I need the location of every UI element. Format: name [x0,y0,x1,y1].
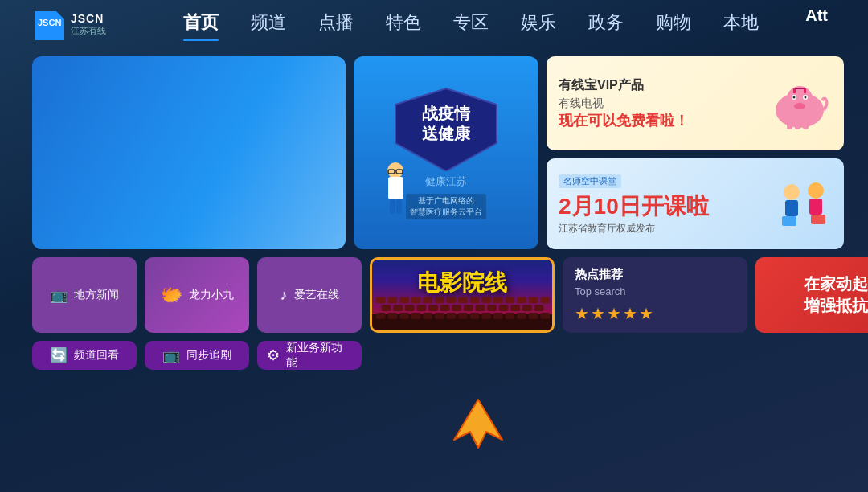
tv-icon: 📺 [50,286,68,304]
exercise-text: 在家动起来 增强抵抗力 [804,273,868,317]
health-desc: 基于广电网络的 智慧医疗服务云平台 [406,194,486,219]
svg-rect-52 [428,305,438,311]
nav-item-local[interactable]: 本地 [723,10,759,38]
svg-rect-59 [510,305,520,311]
svg-rect-40 [458,313,468,319]
logo-text: JSCN 江苏有线 [71,12,106,37]
svg-rect-75 [529,297,538,303]
shield-icon: 战疫情 送健康 [394,87,498,171]
svg-point-28 [808,182,824,199]
dragon-icon: 🐲 [161,285,182,305]
replay-icon: 🔄 [50,346,68,364]
btn-local-news[interactable]: 📺 地方新闻 [32,257,137,333]
svg-rect-42 [481,313,491,319]
svg-rect-54 [452,305,461,311]
nav-item-home[interactable]: 首页 [183,10,219,38]
banner-health[interactable]: 战疫情 送健康 健康江苏 基于广电网络的 [354,56,538,249]
svg-text:战疫情: 战疫情 [422,105,471,122]
svg-rect-49 [393,305,403,311]
nav-item-shopping[interactable]: 购物 [656,10,691,38]
gear-icon: ⚙ [267,346,280,364]
banner-left-inner [32,56,346,249]
svg-rect-27 [785,200,798,216]
btn-new-features-label: 新业务新功能 [286,341,352,370]
svg-rect-22 [795,88,805,89]
svg-rect-57 [487,305,497,311]
nav-item-channel[interactable]: 频道 [251,10,286,38]
svg-rect-10 [388,177,403,199]
exercise-line1: 在家动起来 [804,273,868,295]
svg-rect-23 [787,123,792,129]
health-subtitle: 健康江苏 [425,174,467,189]
svg-rect-34 [387,313,397,319]
svg-rect-48 [382,305,391,311]
svg-rect-56 [476,305,485,311]
health-content: 战疫情 送健康 健康江苏 基于广电网络的 [362,64,530,241]
svg-marker-83 [454,400,502,448]
svg-point-17 [793,96,796,98]
movie-title: 电影院线 [417,268,507,298]
svg-rect-21 [804,88,806,93]
svg-text:送健康: 送健康 [422,125,471,142]
svg-rect-25 [803,123,809,129]
svg-rect-58 [499,305,509,311]
svg-rect-51 [417,305,427,311]
svg-rect-60 [522,305,532,311]
svg-point-19 [794,103,805,109]
svg-rect-20 [793,88,796,93]
svg-rect-61 [534,305,544,311]
students-icon [776,176,832,232]
svg-rect-37 [423,313,432,319]
svg-rect-74 [517,297,526,303]
exercise-tile[interactable]: 在家动起来 增强抵抗力 [755,257,868,333]
svg-rect-29 [809,199,822,215]
class-label: 名师空中课堂 [559,174,621,188]
vip-text: 有线宝VIP产品 有线电视 现在可以免费看啦！ [559,77,768,130]
btn-aiyi[interactable]: ♪ 爱艺在线 [257,257,362,333]
svg-rect-45 [517,313,526,319]
btn-sync-drama-label: 同步追剧 [186,348,231,363]
hot-search-tile[interactable]: 热点推荐 Top search ★★★★★ [563,257,747,333]
bottom-row: 📺 地方新闻 🐲 龙力小九 ♪ 爱艺在线 [32,257,844,354]
svg-rect-63 [387,297,397,303]
doctor-figure [374,161,418,221]
svg-rect-35 [399,313,409,319]
btn-sync-drama[interactable]: 📺 同步追剧 [145,341,249,370]
svg-rect-76 [540,297,550,303]
stars-rating: ★★★★★ [575,304,735,323]
hot-title: 热点推荐 [575,267,735,282]
nav-item-special[interactable]: 特色 [386,10,421,38]
banner-vip[interactable]: 有线宝VIP产品 有线电视 现在可以免费看啦！ [547,56,844,150]
banner-class[interactable]: 名师空中课堂 2月10日开课啦 江苏省教育厅权威发布 [547,158,844,249]
nav-item-vod[interactable]: 点播 [318,10,354,38]
svg-rect-62 [376,297,386,303]
svg-rect-64 [399,297,409,303]
banner-left[interactable] [32,56,346,249]
btn-jiulong-label: 龙力小九 [189,288,234,302]
nav-item-entertainment[interactable]: 娱乐 [521,10,556,38]
svg-rect-53 [440,305,450,311]
btn-jiulong[interactable]: 🐲 龙力小九 [145,257,249,333]
nav-item-zone[interactable]: 专区 [453,10,489,38]
btn-local-news-label: 地方新闻 [74,288,119,302]
nav-item-government[interactable]: 政务 [588,10,624,38]
drama-icon: 📺 [162,346,180,364]
exercise-line2: 增强抵抗力 [804,295,868,317]
cursor-arrow-icon [450,396,506,452]
movie-cinema-tile[interactable]: 电影院线 [370,257,555,333]
btn-replay[interactable]: 🔄 频道回看 [32,341,137,370]
btn-aiyi-label: 爱艺在线 [294,288,339,302]
logo: JSCN JSCN 江苏有线 [32,8,106,40]
vip-service: 有线电视 [559,96,768,111]
svg-rect-11 [390,199,395,214]
svg-text:JSCN: JSCN [38,18,61,27]
svg-point-18 [805,96,807,98]
vip-cta: 现在可以免费看啦！ [559,111,768,130]
top-right-label: Att [805,6,828,25]
svg-rect-38 [435,313,444,319]
right-banners: 有线宝VIP产品 有线电视 现在可以免费看啦！ [547,56,844,249]
svg-point-5 [387,162,403,178]
class-source: 江苏省教育厅权威发布 [559,222,769,236]
btn-new-features[interactable]: ⚙ 新业务新功能 [257,341,362,370]
btn-replay-label: 频道回看 [74,348,119,363]
